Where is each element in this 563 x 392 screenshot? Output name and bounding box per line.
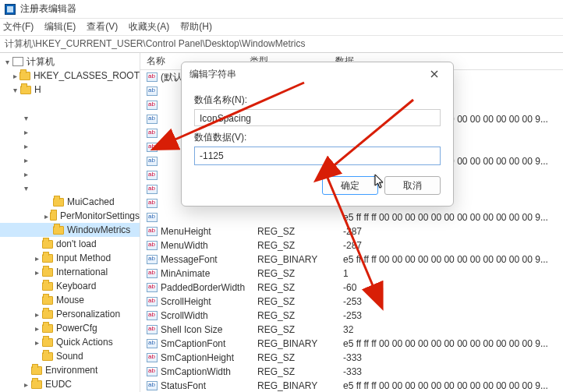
list-row[interactable]: MessageFontREG_BINARYe5 ff ff ff 00 00 0… — [140, 253, 563, 267]
string-value-icon — [147, 311, 158, 320]
value-data: 32 — [343, 324, 563, 335]
list-row[interactable]: SmCaptionHeightREG_SZ-333 — [140, 351, 563, 365]
string-value-icon — [147, 227, 158, 236]
value-data: e5 ff ff ff 00 00 00 00 00 00 00 00 00 0… — [343, 212, 563, 223]
menu-favorites[interactable]: 收藏夹(A) — [129, 20, 169, 34]
tree-item[interactable]: ▸ — [0, 153, 140, 167]
list-row[interactable]: MenuWidthREG_SZ-287 — [140, 238, 563, 253]
value-type: REG_SZ — [257, 268, 343, 279]
name-field: IconSpacing — [194, 109, 441, 126]
value-type: REG_SZ — [257, 282, 343, 293]
tree-item[interactable]: ▸ — [0, 167, 140, 181]
tree-item[interactable] — [0, 97, 140, 111]
tree-hkcu[interactable]: ▾H — [0, 83, 140, 97]
dialog-close-button[interactable] — [423, 65, 445, 83]
tree-powercfg[interactable]: ▸PowerCfg — [0, 321, 140, 335]
tree-input-method[interactable]: ▸Input Method — [0, 251, 140, 265]
binary-value-icon — [147, 339, 158, 348]
binary-value-icon — [147, 381, 158, 390]
cancel-button[interactable]: 取消 — [384, 176, 441, 195]
list-row[interactable]: PaddedBorderWidthREG_SZ-60 — [140, 281, 563, 295]
value-type: REG_SZ — [257, 324, 343, 335]
value-type: REG_SZ — [257, 352, 343, 363]
value-type: REG_BINARY — [257, 380, 343, 391]
tree-muicached[interactable]: MuiCached — [0, 195, 140, 209]
tree-permonitor[interactable]: ▸PerMonitorSettings — [0, 209, 140, 223]
address-text: 计算机\HKEY_CURRENT_USER\Control Panel\Desk… — [5, 37, 305, 51]
list-row[interactable]: ScrollWidthREG_SZ-253 — [140, 309, 563, 323]
value-name: MenuHeight — [161, 226, 257, 237]
tree-hkcr[interactable]: ▸HKEY_CLASSES_ROOT — [0, 69, 140, 83]
tree-panel[interactable]: ▾计算机 ▸HKEY_CLASSES_ROOT ▾H ▾ ▸ ▸ ▸ ▸ ▾ M… — [0, 53, 140, 392]
list-row[interactable]: Shell Icon SizeREG_SZ32 — [140, 323, 563, 337]
list-row[interactable]: SmCaptionWidthREG_SZ-333 — [140, 365, 563, 379]
tree-international[interactable]: ▸International — [0, 265, 140, 279]
value-name: MenuWidth — [161, 240, 257, 251]
tree-dontload[interactable]: don't load — [0, 237, 140, 251]
app-title: 注册表编辑器 — [20, 2, 76, 16]
value-data: -60 — [343, 282, 563, 293]
data-input[interactable] — [194, 147, 441, 165]
name-label: 数值名称(N): — [194, 94, 441, 107]
value-data: -287 — [343, 226, 563, 237]
string-value-icon — [147, 325, 158, 334]
tree-environment[interactable]: Environment — [0, 363, 140, 377]
binary-value-icon — [147, 115, 158, 124]
value-type: REG_SZ — [257, 240, 343, 251]
string-value-icon — [147, 353, 158, 362]
string-value-icon — [147, 269, 158, 278]
list-row[interactable]: MenuHeightREG_SZ-287 — [140, 224, 563, 238]
string-value-icon — [147, 367, 158, 376]
list-row[interactable]: StatusFontREG_BINARYe5 ff ff ff 00 00 00… — [140, 379, 563, 392]
string-value-icon — [147, 199, 158, 208]
ok-button[interactable]: 确定 — [322, 176, 378, 195]
value-data: -333 — [343, 366, 563, 377]
menu-view[interactable]: 查看(V) — [87, 20, 118, 34]
menu-file[interactable]: 文件(F) — [3, 20, 34, 34]
tree-item[interactable]: ▾ — [0, 111, 140, 125]
value-data: -253 — [343, 296, 563, 307]
tree-mouse[interactable]: Mouse — [0, 293, 140, 307]
list-row[interactable]: ScrollHeightREG_SZ-253 — [140, 295, 563, 309]
tree-eudc[interactable]: ▸EUDC — [0, 377, 140, 391]
value-data: -287 — [343, 240, 563, 251]
value-name: ScrollHeight — [161, 296, 257, 307]
string-value-icon — [147, 241, 158, 250]
value-type: REG_SZ — [257, 310, 343, 321]
tree-sound[interactable]: Sound — [0, 349, 140, 363]
app-icon — [5, 4, 16, 15]
menu-bar: 文件(F) 编辑(E) 查看(V) 收藏夹(A) 帮助(H) — [0, 19, 563, 36]
binary-value-icon — [147, 87, 158, 96]
dialog-title: 编辑字符串 — [189, 68, 236, 81]
tree-personalization[interactable]: ▸Personalization — [0, 307, 140, 321]
value-type: REG_BINARY — [257, 254, 343, 265]
value-data: e5 ff ff ff 00 00 00 00 00 00 00 00 00 0… — [343, 380, 563, 391]
list-row[interactable]: e5 ff ff ff 00 00 00 00 00 00 00 00 00 0… — [140, 210, 563, 224]
menu-edit[interactable]: 编辑(E) — [44, 20, 76, 34]
tree-keyboard[interactable]: Keyboard — [0, 279, 140, 293]
address-bar[interactable]: 计算机\HKEY_CURRENT_USER\Control Panel\Desk… — [0, 36, 563, 53]
value-data: e5 ff ff ff 00 00 00 00 00 00 00 00 00 0… — [343, 254, 563, 265]
tree-windowmetrics[interactable]: WindowMetrics — [0, 223, 140, 237]
window-titlebar: 注册表编辑器 — [0, 0, 563, 19]
list-row[interactable]: MinAnimateREG_SZ1 — [140, 267, 563, 281]
tree-item[interactable]: ▸ — [0, 139, 140, 153]
tree-quick-actions[interactable]: ▸Quick Actions — [0, 335, 140, 349]
binary-value-icon — [147, 213, 158, 222]
list-row[interactable]: SmCaptionFontREG_BINARYe5 ff ff ff 00 00… — [140, 337, 563, 351]
string-value-icon — [147, 297, 158, 306]
value-list[interactable]: 名称 类型 数据 (默认)REG_SZ(数值未设置)0x000000d8 (21… — [140, 53, 563, 392]
value-data: -333 — [343, 352, 563, 363]
tree-item[interactable]: ▾ — [0, 181, 140, 195]
value-name: MinAnimate — [161, 268, 257, 279]
value-name: SmCaptionHeight — [161, 352, 257, 363]
value-name: MessageFont — [161, 254, 257, 265]
tree-root[interactable]: ▾计算机 — [0, 55, 140, 69]
value-data: 1 — [343, 268, 563, 279]
tree-item[interactable]: ▸ — [0, 125, 140, 139]
close-icon — [430, 70, 438, 78]
edit-string-dialog: 编辑字符串 数值名称(N): IconSpacing 数值数据(V): 确定 取… — [181, 62, 454, 207]
value-type: REG_SZ — [257, 366, 343, 377]
value-data: e5 ff ff ff 00 00 00 00 00 00 00 00 00 0… — [343, 338, 563, 349]
menu-help[interactable]: 帮助(H) — [180, 20, 212, 34]
